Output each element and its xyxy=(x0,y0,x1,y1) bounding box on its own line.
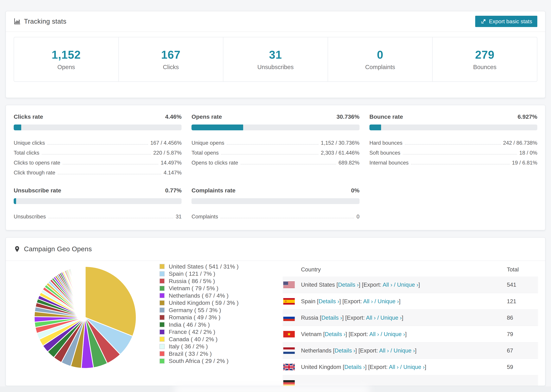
rate-detail-value: 0 xyxy=(356,214,359,220)
slash-separator: / xyxy=(392,281,397,288)
geo-body: United States ( 541 / 31% )Spain ( 121 /… xyxy=(6,261,545,386)
progress-bar-track xyxy=(191,125,359,130)
rate-detail-row: Unsubscribes31 xyxy=(14,210,182,220)
export-unique-link-us[interactable]: Unique › xyxy=(397,281,418,288)
rate-detail-rows: Unique opens1,152 / 30.736%Total opens2,… xyxy=(191,136,359,166)
geo-table-row-vn: Vietnam [Details ›] [Export: All › / Uni… xyxy=(283,326,538,342)
export-unique-link-ru[interactable]: Unique › xyxy=(380,315,402,321)
export-unique-link-es[interactable]: Unique › xyxy=(378,298,399,304)
geo-table-row-de xyxy=(283,375,538,386)
rate-detail-row: Hard bounces242 / 86.738% xyxy=(369,136,537,146)
details-link-us[interactable]: Details › xyxy=(338,281,359,288)
rate-detail-row: Internal bounces19 / 6.81% xyxy=(369,156,537,166)
progress-bar-track xyxy=(14,198,182,204)
legend-label: Romania ( 49 / 3% ) xyxy=(169,314,220,321)
export-all-link-ru[interactable]: All › xyxy=(366,315,376,321)
geo-row-total: 121 xyxy=(507,298,538,305)
map-pin-icon xyxy=(14,245,21,252)
bar-chart-icon xyxy=(14,18,21,25)
rate-percentage: 0% xyxy=(351,187,360,194)
rates-card: Clicks rate4.46%Unique clicks167 / 4.456… xyxy=(6,105,545,230)
legend-item-canada: Canada ( 40 / 2% ) xyxy=(160,336,239,342)
rate-detail-row: Click through rate4.147% xyxy=(14,166,182,176)
stat-label: Unsubscribes xyxy=(257,64,294,70)
export-unique-link-nl[interactable]: Unique › xyxy=(394,347,415,354)
details-link-ru[interactable]: Details › xyxy=(321,315,342,321)
geo-row-country-cell: United States [Details ›] [Export: All ›… xyxy=(283,281,507,288)
legend-label: Germany ( 55 / 3% ) xyxy=(169,307,221,314)
legend-item-united-kingdom: United Kingdom ( 59 / 3% ) xyxy=(160,300,239,306)
legend-item-germany: Germany ( 55 / 3% ) xyxy=(160,307,239,313)
legend-label: South Africa ( 29 / 2% ) xyxy=(169,358,229,364)
rate-header: Opens rate30.736% xyxy=(191,113,359,120)
stat-clicks: 167Clicks xyxy=(119,37,224,81)
stat-complaints: 0Complaints xyxy=(328,37,433,81)
legend-item-france: France ( 42 / 2% ) xyxy=(160,329,239,335)
legend-label: France ( 42 / 2% ) xyxy=(169,329,215,335)
rate-detail-row: Unique clicks167 / 4.456% xyxy=(14,136,182,146)
country-name: United States xyxy=(301,281,335,288)
rate-detail-label: Internal bounces xyxy=(369,160,409,166)
geo-row-country-text: Netherlands [Details ›] [Export: All › /… xyxy=(301,347,417,354)
export-all-link-vn[interactable]: All › xyxy=(369,331,379,337)
geo-opens-table: Country Total United States [Details ›] … xyxy=(283,263,538,386)
export-unique-link-vn[interactable]: Unique › xyxy=(384,331,405,337)
legend-swatch xyxy=(160,271,165,276)
legend-item-united-states: United States ( 541 / 31% ) xyxy=(160,264,239,269)
rate-detail-value: 14.497% xyxy=(161,160,182,166)
stat-value: 279 xyxy=(475,48,494,61)
dotted-leader xyxy=(48,218,173,218)
details-link-es[interactable]: Details › xyxy=(319,298,339,304)
rate-detail-label: Total clicks xyxy=(14,150,39,156)
stat-value: 0 xyxy=(377,48,383,61)
bottom-shadow-blob xyxy=(175,385,370,392)
legend-label: United Kingdom ( 59 / 3% ) xyxy=(169,300,239,306)
legend-swatch xyxy=(160,322,165,327)
legend-item-south-africa: South Africa ( 29 / 2% ) xyxy=(160,358,239,364)
progress-bar-fill xyxy=(191,125,243,130)
stat-label: Opens xyxy=(57,64,75,70)
geo-row-total: 59 xyxy=(507,364,538,370)
export-all-link-nl[interactable]: All › xyxy=(379,347,389,354)
country-name: Vietnam xyxy=(301,331,322,337)
rate-percentage: 6.927% xyxy=(518,113,537,120)
legend-label: Brazil ( 33 / 2% ) xyxy=(169,350,212,357)
legend-label: Spain ( 121 / 7% ) xyxy=(169,270,215,277)
rate-percentage: 30.736% xyxy=(336,113,359,120)
dotted-leader xyxy=(63,164,158,164)
rate-detail-label: Unsubscribes xyxy=(14,214,46,220)
details-link-nl[interactable]: Details › xyxy=(335,347,355,354)
rate-detail-label: Unique opens xyxy=(191,140,224,146)
export-basic-stats-button[interactable]: Export basic stats xyxy=(475,16,537,27)
legend-swatch xyxy=(160,286,165,291)
tracking-stats-header: Tracking stats Export basic stats xyxy=(6,11,545,32)
legend-item-vietnam: Vietnam ( 79 / 5% ) xyxy=(160,286,239,291)
tracking-stats-card: Tracking stats Export basic stats 1,152O… xyxy=(6,11,545,98)
legend-swatch xyxy=(160,293,165,298)
rate-percentage: 4.46% xyxy=(165,113,182,120)
export-all-link-es[interactable]: All › xyxy=(363,298,373,304)
rate-header: Bounce rate6.927% xyxy=(369,113,537,120)
export-all-link-us[interactable]: All › xyxy=(383,281,392,288)
nl-flag-icon xyxy=(283,347,295,354)
dotted-leader xyxy=(42,154,151,154)
progress-bar-track xyxy=(369,125,537,130)
export-all-link-gb[interactable]: All › xyxy=(389,364,399,370)
stat-bounces: 279Bounces xyxy=(433,37,537,81)
dotted-leader xyxy=(240,164,336,164)
geo-opens-pie-chart xyxy=(33,265,138,370)
geo-row-country-text: United States [Details ›] [Export: All ›… xyxy=(301,281,420,288)
legend-swatch xyxy=(160,279,165,284)
details-link-gb[interactable]: Details › xyxy=(344,364,365,370)
rate-detail-value: 18 / 0% xyxy=(519,150,537,156)
export-unique-link-gb[interactable]: Unique › xyxy=(403,364,425,370)
geo-row-country-text: Spain [Details ›] [Export: All › / Uniqu… xyxy=(301,298,400,305)
rate-detail-label: Unique clicks xyxy=(14,140,45,146)
rate-detail-rows: Complaints0 xyxy=(191,210,359,220)
rate-detail-row: Total opens2,303 / 61.446% xyxy=(191,146,359,156)
progress-bar-fill xyxy=(369,125,381,130)
details-link-vn[interactable]: Details › xyxy=(325,331,346,337)
rate-detail-value: 4.147% xyxy=(164,170,182,176)
dotted-leader xyxy=(403,154,517,154)
rate-detail-rows: Hard bounces242 / 86.738%Soft bounces18 … xyxy=(369,136,537,166)
